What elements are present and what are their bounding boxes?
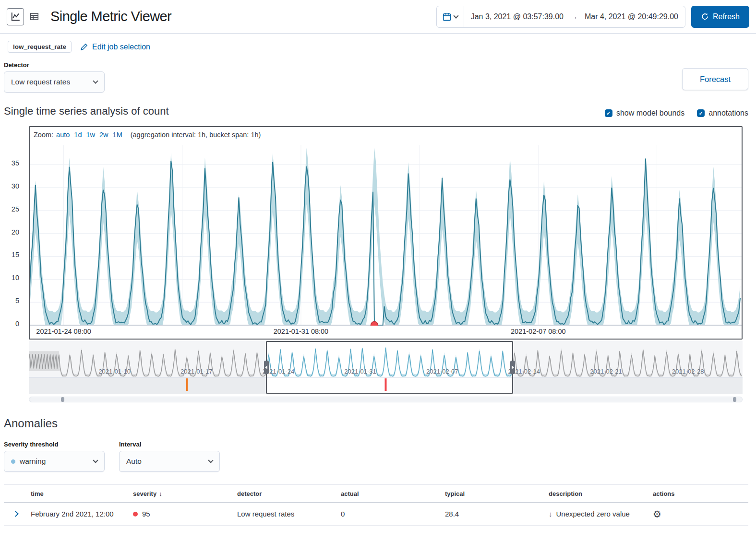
job-badge[interactable]: low_request_rate — [8, 41, 72, 53]
chart-scrollbar[interactable] — [29, 397, 743, 402]
brush-handle-left[interactable] — [264, 361, 269, 374]
zoom-option-2w[interactable]: 2w — [99, 131, 108, 139]
context-chart[interactable]: 2021-01-102021-01-172021-01-242021-01-31… — [29, 341, 743, 394]
context-axis-label: 2021-01-10 — [98, 368, 131, 375]
cell-detector: Low request rates — [233, 510, 337, 518]
anomalies-table: time severity↓ detector actual typical d… — [4, 484, 748, 526]
series-title: Single time series analysis of count — [4, 105, 169, 117]
annotations-checkbox[interactable]: ✓ — [697, 109, 705, 117]
annotations-toggle[interactable]: ✓ annotations — [697, 109, 748, 117]
brush-handle-right[interactable] — [510, 361, 515, 374]
cell-description: ↓Unexpected zero value — [545, 510, 649, 518]
zoom-option-auto[interactable]: auto — [56, 131, 70, 139]
col-actual[interactable]: actual — [337, 490, 441, 497]
zoom-prefix: Zoom: — [34, 131, 53, 139]
interval-select[interactable]: Auto — [119, 451, 220, 472]
chevron-right-icon — [12, 511, 19, 517]
y-axis-tick-label: 20 — [12, 228, 19, 236]
chart-view-button[interactable] — [7, 8, 24, 25]
col-detector[interactable]: detector — [233, 490, 337, 497]
end-date[interactable]: Mar 4, 2021 @ 20:49:29.00 — [578, 12, 685, 21]
interval-control: Interval Auto — [119, 441, 220, 472]
col-typical[interactable]: typical — [441, 490, 545, 497]
scrollbar-left-nub[interactable] — [61, 397, 64, 402]
context-axis-label: 2021-01-17 — [180, 368, 213, 375]
y-axis-tick-label: 0 — [15, 320, 19, 328]
chevron-down-icon — [93, 78, 98, 83]
range-arrow-icon: → — [570, 12, 578, 21]
warning-severity-dot — [11, 459, 15, 464]
col-severity[interactable]: severity↓ — [129, 490, 233, 497]
severity-selected-value: warning — [20, 457, 46, 466]
y-axis-tick-label: 15 — [12, 251, 19, 258]
line-chart-icon — [11, 12, 20, 21]
cell-actual: 0 — [337, 510, 441, 518]
col-actions: actions — [649, 490, 748, 497]
forecast-button[interactable]: Forecast — [682, 68, 748, 90]
row-expand-button[interactable] — [4, 512, 27, 516]
severity-threshold-control: Severity threshold warning — [4, 441, 105, 472]
model-bounds-toggle[interactable]: ✓ show model bounds — [605, 109, 684, 117]
cell-severity: 95 — [129, 510, 233, 518]
table-view-button[interactable] — [25, 8, 43, 25]
context-axis-label: 2021-02-28 — [672, 368, 704, 375]
job-selection-row: low_request_rate Edit job selection — [0, 34, 756, 58]
refresh-button[interactable]: Refresh — [691, 6, 749, 28]
y-axis-tick-label: 35 — [12, 159, 19, 167]
y-axis-tick-label: 10 — [12, 274, 19, 282]
y-axis-tick-label: 30 — [12, 182, 19, 190]
main-chart-svg — [30, 141, 742, 326]
time-selection-brush[interactable] — [266, 341, 514, 394]
zoom-option-1M[interactable]: 1M — [113, 131, 122, 139]
chart-region: 05101520253035 Zoom: auto 1d 1w 2w 1M (a… — [29, 126, 743, 402]
col-description[interactable]: description — [545, 490, 649, 497]
anomaly-tick[interactable] — [186, 378, 188, 391]
refresh-label: Refresh — [713, 12, 740, 21]
context-axis-label: 2021-02-21 — [590, 368, 622, 375]
table-icon — [30, 12, 39, 21]
edit-job-selection-link[interactable]: Edit job selection — [80, 43, 150, 51]
model-bounds-checkbox[interactable]: ✓ — [605, 109, 612, 117]
anomaly-marker[interactable] — [371, 322, 378, 326]
pencil-icon — [80, 43, 88, 51]
severity-threshold-label: Severity threshold — [4, 441, 105, 448]
interval-label: Interval — [119, 441, 220, 448]
x-axis-tick-label: 2021-01-24 08:00 — [36, 328, 91, 335]
page-title: Single Metric Viewer — [50, 9, 171, 24]
x-axis-labels: 2021-01-24 08:002021-01-31 08:002021-02-… — [30, 326, 742, 339]
col-time[interactable]: time — [27, 490, 129, 497]
zoom-option-1d[interactable]: 1d — [74, 131, 82, 139]
gear-icon[interactable]: ⚙ — [653, 509, 661, 519]
chevron-down-icon — [453, 13, 458, 18]
arrow-down-icon: ↓ — [549, 510, 552, 518]
triangle-left-icon — [265, 365, 267, 369]
view-toggle — [7, 8, 43, 25]
detector-select[interactable]: Low request rates — [4, 71, 105, 93]
quick-select-menu[interactable] — [437, 6, 464, 27]
start-date[interactable]: Jan 3, 2021 @ 03:57:39.00 — [464, 12, 570, 21]
triangle-right-icon — [512, 365, 514, 369]
refresh-icon — [701, 12, 709, 21]
chevron-down-icon — [208, 458, 213, 463]
zoom-controls: Zoom: auto 1d 1w 2w 1M (aggregation inte… — [30, 127, 742, 141]
anomalies-title: Anomalies — [4, 417, 748, 430]
main-chart-box: Zoom: auto 1d 1w 2w 1M (aggregation inte… — [29, 126, 743, 340]
anomalies-section: Anomalies Severity threshold warning Int… — [0, 402, 756, 526]
annotations-label: annotations — [708, 109, 748, 117]
sort-desc-icon: ↓ — [159, 490, 162, 497]
cell-actions: ⚙ — [649, 509, 748, 519]
y-axis-tick-label: 25 — [12, 205, 19, 213]
cell-time: February 2nd 2021, 12:00 — [27, 510, 129, 518]
severity-threshold-select[interactable]: warning — [4, 451, 105, 472]
zoom-option-1w[interactable]: 1w — [86, 131, 95, 139]
model-bounds-label: show model bounds — [616, 109, 684, 117]
main-chart[interactable] — [30, 141, 742, 326]
scrollbar-right-nub[interactable] — [733, 397, 736, 402]
cell-typical: 28.4 — [441, 510, 545, 518]
edit-job-selection-label: Edit job selection — [92, 43, 150, 51]
zoom-aggregation-info: (aggregation interval: 1h, bucket span: … — [131, 131, 261, 139]
series-section-header: Single time series analysis of count ✓ s… — [0, 93, 756, 124]
page-header: Single Metric Viewer Jan 3, 2021 @ 03:57… — [0, 0, 756, 34]
anomaly-row: February 2nd 2021, 12:00 95 Low request … — [4, 503, 748, 526]
detector-selected-value: Low request rates — [11, 78, 70, 86]
